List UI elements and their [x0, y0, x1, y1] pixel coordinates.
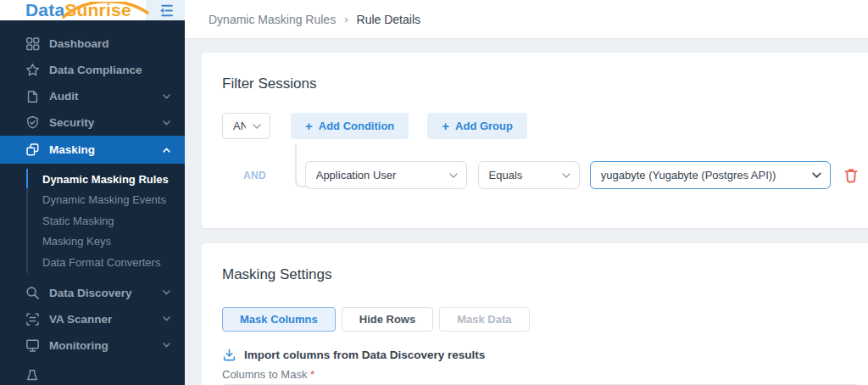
sidebar-item-label: VA Scanner	[49, 313, 163, 326]
condition-value: yugabyte (Yugabyte (Postgres API))	[601, 169, 805, 181]
download-icon	[222, 348, 236, 362]
sidebar-header: DataSunrise	[0, 0, 185, 20]
sidebar-nav: Dashboard Data Compliance Audit Sec	[0, 20, 185, 385]
chevron-down-icon	[163, 94, 171, 99]
chevron-down-icon	[163, 120, 171, 126]
sidebar-item-label: Data Discovery	[49, 287, 163, 299]
tab-hide-rows[interactable]: Hide Rows	[342, 307, 433, 332]
subitem-label: Dynamic Masking Events	[42, 193, 166, 206]
grid-icon	[25, 36, 40, 52]
columns-to-mask-label: Columns to Mask *	[222, 368, 860, 381]
breadcrumb-parent-link[interactable]: Dynamic Masking Rules	[209, 13, 336, 26]
subitem-label: Masking Keys	[42, 235, 111, 248]
masking-settings-title: Masking Settings	[222, 265, 860, 284]
tab-mask-columns[interactable]: Mask Columns	[222, 307, 336, 332]
breadcrumb-separator: ›	[344, 13, 348, 25]
add-condition-button[interactable]: + Add Condition	[291, 113, 409, 139]
condition-field-select[interactable]: Application User	[305, 161, 467, 189]
sidebar-item-label: Audit	[49, 90, 163, 103]
masking-submenu: Dynamic Masking Rules Dynamic Masking Ev…	[0, 164, 185, 280]
subitem-label: Dynamic Masking Rules	[42, 173, 169, 186]
search-icon	[25, 285, 40, 300]
add-condition-label: Add Condition	[319, 120, 395, 132]
collapse-sidebar-icon	[157, 2, 175, 20]
sidebar-item-monitoring[interactable]: Monitoring	[0, 332, 185, 359]
sidebar-item-masking[interactable]: Masking	[0, 136, 185, 164]
breadcrumb-current: Rule Details	[357, 13, 420, 26]
sunrise-arc-icon	[61, 2, 154, 19]
monitor-icon	[25, 338, 40, 353]
sidebar-item-label: Dashboard	[49, 37, 171, 50]
sidebar-item-data-compliance[interactable]: Data Compliance	[0, 57, 185, 83]
chevron-down-icon	[163, 316, 171, 321]
plus-icon: +	[305, 120, 313, 132]
masking-mode-tabs: Mask Columns Hide Rows Mask Data	[222, 307, 860, 332]
condition-tree-connector	[295, 143, 309, 187]
chevron-up-icon	[163, 148, 171, 153]
subitem-label: Static Masking	[42, 215, 114, 227]
shield-check-icon	[25, 115, 40, 131]
required-marker: *	[310, 368, 314, 381]
datasunrise-logo[interactable]: DataSunrise	[0, 0, 146, 20]
condition-operator-value: Equals	[489, 169, 555, 181]
sidebar-item-label: Masking	[49, 143, 163, 156]
star-icon	[25, 63, 40, 78]
tab-mask-data[interactable]: Mask Data	[439, 307, 529, 332]
delete-condition-button[interactable]	[843, 166, 860, 184]
condition-value-select[interactable]: yugabyte (Yugabyte (Postgres API))	[590, 161, 831, 189]
chevron-down-icon	[163, 343, 171, 348]
sidebar-item-security[interactable]: Security	[0, 109, 185, 136]
group-operator-select[interactable]: AND	[222, 113, 270, 139]
filter-controls-row: AND + Add Condition + Add Group	[222, 113, 860, 139]
chevron-down-icon	[253, 124, 261, 129]
filter-sessions-title: Filter Sessions	[222, 75, 860, 93]
app-window: DataSunrise Dashboard Data Compl	[0, 0, 868, 385]
active-submenu-indicator	[26, 169, 28, 188]
page-content: Filter Sessions AND + Add Condition + Ad…	[185, 39, 868, 385]
sidebar-item-va-scanner[interactable]: VA Scanner	[0, 306, 185, 332]
group-operator-value: AND	[233, 120, 246, 132]
report-icon	[25, 368, 40, 383]
chevron-down-icon	[812, 172, 821, 178]
subitem-label: Data Format Converters	[42, 256, 160, 269]
sidebar-subitem-masking-keys[interactable]: Masking Keys	[0, 232, 185, 253]
sidebar-subitem-dynamic-masking-events[interactable]: Dynamic Masking Events	[0, 190, 185, 211]
masking-settings-card: Masking Settings Mask Columns Hide Rows …	[202, 243, 868, 385]
sidebar-item-audit[interactable]: Audit	[0, 83, 185, 109]
masking-layers-icon	[25, 142, 40, 158]
scanner-icon	[25, 311, 40, 326]
sidebar-subitem-data-format-converters[interactable]: Data Format Converters	[0, 252, 185, 273]
sidebar-item-dashboard[interactable]: Dashboard	[0, 31, 185, 57]
add-group-label: Add Group	[455, 120, 513, 132]
condition-connector-label: AND	[243, 170, 275, 181]
sidebar-item-data-discovery[interactable]: Data Discovery	[0, 280, 185, 306]
chevron-down-icon	[449, 173, 458, 178]
trash-icon	[843, 166, 860, 184]
add-group-button[interactable]: + Add Group	[427, 113, 527, 139]
sidebar-subitem-static-masking[interactable]: Static Masking	[0, 210, 185, 232]
topbar: Dynamic Masking Rules › Rule Details	[185, 0, 868, 39]
condition-row: AND Application User Equals yugabyte (Yu…	[243, 161, 860, 189]
plus-icon: +	[442, 120, 449, 132]
chevron-down-icon	[562, 173, 570, 178]
sidebar-item-label: Monitoring	[49, 339, 163, 352]
sidebar-item-label: Data Compliance	[49, 64, 171, 76]
condition-field-value: Application User	[316, 169, 442, 181]
filter-sessions-card: Filter Sessions AND + Add Condition + Ad…	[202, 53, 868, 228]
main-area: Dynamic Masking Rules › Rule Details Fil…	[185, 0, 868, 385]
import-columns-link[interactable]: Import columns from Data Discovery resul…	[222, 348, 860, 362]
import-columns-label: Import columns from Data Discovery resul…	[244, 349, 485, 361]
breadcrumb: Dynamic Masking Rules › Rule Details	[209, 13, 420, 26]
sidebar-item-partial[interactable]	[0, 363, 185, 385]
condition-operator-select[interactable]: Equals	[478, 161, 580, 189]
sidebar-item-label: Security	[49, 116, 163, 129]
sidebar: DataSunrise Dashboard Data Compl	[0, 0, 185, 385]
document-icon	[25, 89, 40, 104]
chevron-down-icon	[163, 290, 171, 295]
